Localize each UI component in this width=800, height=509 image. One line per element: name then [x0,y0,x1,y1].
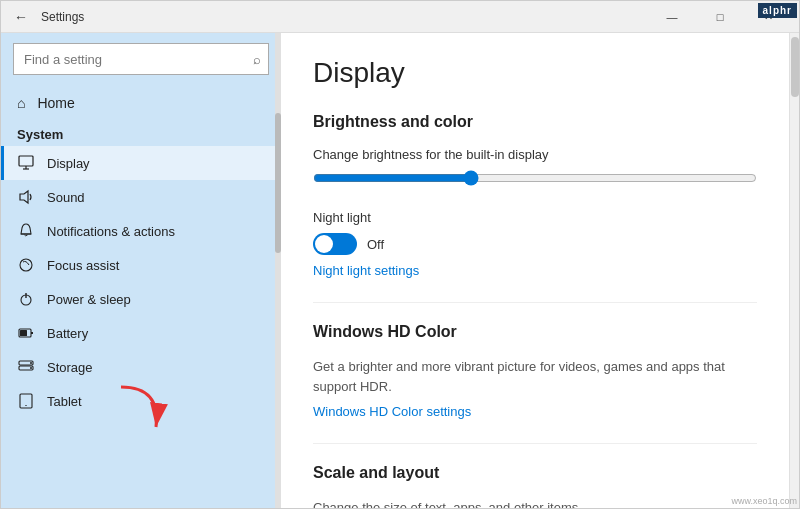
night-light-label: Night light [313,210,757,225]
focus-icon [17,256,35,274]
power-icon [17,290,35,308]
storage-label: Storage [47,360,93,375]
toggle-thumb [315,235,333,253]
hdr-description: Get a brighter and more vibrant picture … [313,357,757,396]
tablet-label: Tablet [47,394,82,409]
home-icon: ⌂ [17,95,25,111]
watermark-url: www.xeo1q.com [731,496,797,506]
display-label: Display [47,156,90,171]
settings-window: alphr www.xeo1q.com ← Settings — □ ✕ ⌕ ⌂… [0,0,800,509]
titlebar-title: Settings [41,10,84,24]
sidebar-item-focus[interactable]: Focus assist [1,248,281,282]
scale-section-title: Scale and layout [313,464,757,482]
sidebar-nav: Display Sound [1,146,281,418]
sound-icon [17,188,35,206]
svg-rect-0 [19,156,33,166]
notifications-label: Notifications & actions [47,224,175,239]
minimize-button[interactable]: — [649,1,695,33]
svg-marker-3 [20,191,28,203]
page-title: Display [313,57,757,89]
sidebar-item-tablet[interactable]: Tablet [1,384,281,418]
brightness-slider[interactable] [313,170,757,186]
brightness-section-title: Brightness and color [313,113,757,131]
hdr-section-title: Windows HD Color [313,323,757,341]
sidebar: ⌕ ⌂ Home System [1,33,281,508]
svg-rect-10 [20,330,27,336]
sidebar-item-sound[interactable]: Sound [1,180,281,214]
main-layout: ⌕ ⌂ Home System [1,33,799,508]
notifications-icon [17,222,35,240]
svg-point-5 [20,259,32,271]
back-button[interactable]: ← [9,5,33,29]
svg-point-14 [30,367,32,369]
search-input[interactable] [13,43,269,75]
maximize-button[interactable]: □ [697,1,743,33]
tablet-icon [17,392,35,410]
search-icon: ⌕ [253,52,261,67]
battery-icon [17,324,35,342]
watermark-alphr: alphr [758,3,797,18]
scrollbar[interactable] [789,33,799,508]
content-area: Display Brightness and color Change brig… [281,33,789,508]
sidebar-item-display[interactable]: Display [1,146,281,180]
home-label: Home [37,95,74,111]
brightness-label: Change brightness for the built-in displ… [313,147,757,162]
titlebar: ← Settings — □ ✕ [1,1,799,33]
divider-2 [313,443,757,444]
night-light-settings-link[interactable]: Night light settings [313,263,757,278]
sound-label: Sound [47,190,85,205]
night-light-row: Off [313,233,757,255]
scale-description: Change the size of text, apps, and other… [313,498,757,508]
sidebar-item-storage[interactable]: Storage [1,350,281,384]
battery-label: Battery [47,326,88,341]
sidebar-item-home[interactable]: ⌂ Home [1,85,281,121]
brightness-slider-container [313,170,757,190]
search-container: ⌕ [13,43,269,75]
svg-point-13 [30,362,32,364]
focus-label: Focus assist [47,258,119,273]
display-icon [17,154,35,172]
sidebar-section-label: System [1,121,281,146]
sidebar-item-battery[interactable]: Battery [1,316,281,350]
svg-rect-9 [31,332,33,334]
sidebar-item-notifications[interactable]: Notifications & actions [1,214,281,248]
night-light-toggle[interactable] [313,233,357,255]
hdr-settings-link[interactable]: Windows HD Color settings [313,404,757,419]
storage-icon [17,358,35,376]
power-label: Power & sleep [47,292,131,307]
sidebar-item-power[interactable]: Power & sleep [1,282,281,316]
divider-1 [313,302,757,303]
night-light-state: Off [367,237,384,252]
